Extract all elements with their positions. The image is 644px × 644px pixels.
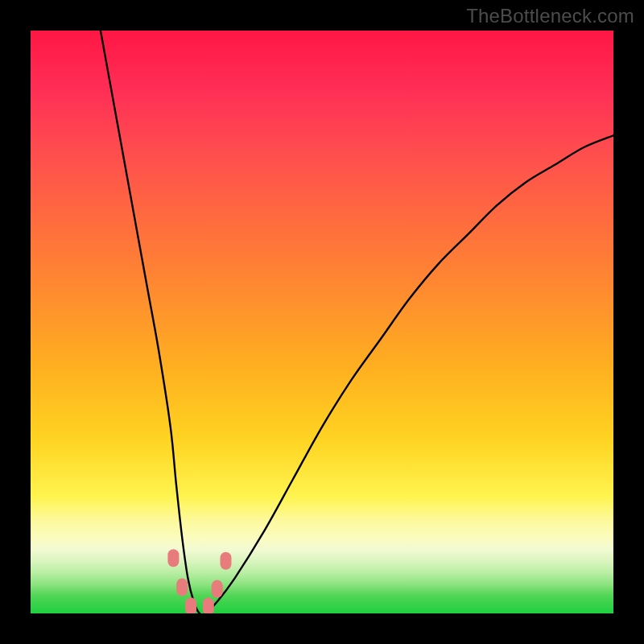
curve-markers xyxy=(167,549,231,613)
chart-frame: TheBottleneck.com xyxy=(0,0,644,644)
curve-marker xyxy=(176,578,188,596)
curve-marker xyxy=(167,549,179,567)
curve-marker xyxy=(203,597,214,613)
curve-marker xyxy=(185,597,196,613)
bottleneck-curve xyxy=(101,31,613,613)
curve-marker xyxy=(221,552,232,570)
plot-area xyxy=(31,31,613,613)
curve-marker xyxy=(212,580,223,598)
watermark-text: TheBottleneck.com xyxy=(466,5,634,27)
curve-svg xyxy=(31,31,613,613)
